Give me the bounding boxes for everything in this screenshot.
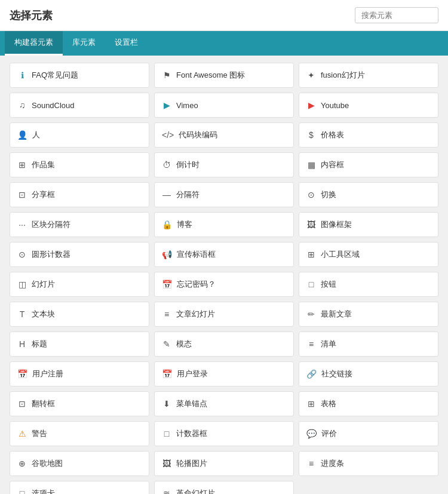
- element-icon: □: [17, 489, 27, 494]
- list-item[interactable]: 💬评价: [299, 421, 438, 446]
- elements-grid: ℹFAQ常见问题⚑Font Awesome 图标✦fusion幻灯片♫Sound…: [10, 63, 438, 494]
- element-label: 菜单锚点: [176, 398, 207, 409]
- list-item[interactable]: 📅用户注册: [10, 361, 149, 386]
- list-item[interactable]: ⬇菜单锚点: [154, 391, 294, 416]
- element-label: Youtube: [321, 101, 349, 110]
- element-label: 计数器框: [176, 428, 207, 439]
- list-item[interactable]: ⚑Font Awesome 图标: [154, 63, 294, 88]
- list-item[interactable]: ℹFAQ常见问题: [10, 63, 149, 88]
- element-icon: 👤: [17, 130, 27, 140]
- element-icon: T: [17, 309, 27, 319]
- list-item[interactable]: ⊙圆形计数器: [10, 242, 149, 267]
- list-item[interactable]: 📢宣传标语框: [154, 242, 294, 267]
- list-item[interactable]: □计数器框: [154, 421, 294, 446]
- list-item[interactable]: —分隔符: [154, 182, 294, 207]
- list-item[interactable]: ⊡翻转框: [10, 391, 149, 416]
- list-item[interactable]: ◫幻灯片: [10, 272, 149, 297]
- list-item[interactable]: ⚠警告: [10, 421, 149, 446]
- element-label: 标题: [32, 339, 47, 349]
- list-item[interactable]: ⊞表格: [299, 391, 438, 416]
- element-icon: ⊕: [17, 459, 27, 468]
- element-icon: ⊞: [306, 250, 316, 259]
- element-label: 革命幻灯片: [176, 488, 215, 494]
- list-item[interactable]: 📅用户登录: [154, 361, 294, 386]
- element-icon: ≡: [162, 309, 171, 319]
- element-label: 表格: [321, 398, 336, 409]
- element-label: 模态: [176, 339, 192, 349]
- list-item[interactable]: 📅忘记密码？: [154, 272, 294, 297]
- element-icon: ⚑: [162, 70, 171, 80]
- tab-library[interactable]: 库元素: [63, 31, 105, 56]
- element-icon: ≡: [306, 339, 316, 349]
- tab-build[interactable]: 构建器元素: [5, 31, 63, 56]
- list-item[interactable]: $价格表: [299, 122, 438, 148]
- list-item[interactable]: ≋革命幻灯片: [154, 481, 294, 494]
- element-label: fusion幻灯片: [321, 70, 365, 81]
- list-item[interactable]: ≡清单: [299, 332, 438, 357]
- list-item[interactable]: 👤人: [10, 122, 149, 148]
- element-icon: ✏: [306, 309, 316, 319]
- list-item[interactable]: 🖼轮播图片: [154, 451, 294, 476]
- element-icon: —: [162, 190, 171, 200]
- element-icon: ⊙: [306, 190, 316, 200]
- element-icon: $: [306, 130, 316, 140]
- element-label: 小工具区域: [321, 249, 360, 260]
- list-item[interactable]: ✎模态: [154, 332, 294, 357]
- tabs-bar: 构建器元素 库元素 设置栏: [0, 31, 448, 56]
- list-item[interactable]: ⊙切换: [299, 182, 438, 207]
- element-label: 价格表: [321, 130, 344, 140]
- list-item[interactable]: ✏最新文章: [299, 302, 438, 327]
- list-item[interactable]: ▦内容框: [299, 152, 438, 177]
- element-label: 文本块: [32, 309, 55, 320]
- list-item[interactable]: T文本块: [10, 302, 149, 327]
- element-label: 翻转框: [32, 398, 55, 409]
- list-item[interactable]: □选项卡: [10, 481, 149, 494]
- element-icon: ▶: [306, 100, 316, 110]
- element-label: 人: [32, 130, 40, 140]
- element-icon: ⊙: [17, 250, 27, 259]
- list-item[interactable]: </>代码块编码: [154, 122, 294, 148]
- list-item[interactable]: 🔒博客: [154, 212, 294, 237]
- element-label: 倒计时: [176, 159, 200, 170]
- list-item[interactable]: □按钮: [299, 272, 438, 297]
- element-icon: 🖼: [162, 459, 171, 468]
- element-icon: □: [162, 429, 171, 438]
- element-icon: ✎: [162, 339, 171, 349]
- element-icon: ⏱: [162, 160, 171, 170]
- element-icon: ℹ: [17, 70, 27, 80]
- list-item[interactable]: ▶Vimeo: [154, 93, 294, 118]
- search-input[interactable]: [355, 7, 438, 23]
- element-label: SoundCloud: [32, 101, 75, 110]
- list-item[interactable]: ≡进度条: [299, 451, 438, 476]
- element-icon: 📅: [162, 369, 172, 379]
- page-title: 选择元素: [10, 8, 53, 23]
- list-item[interactable]: ⊞作品集: [10, 152, 149, 177]
- list-item[interactable]: ✦fusion幻灯片: [299, 63, 438, 88]
- list-item[interactable]: ···区块分隔符: [10, 212, 149, 237]
- page-header: 选择元素: [0, 0, 448, 31]
- element-icon: ♫: [17, 100, 27, 110]
- element-icon: ▦: [306, 160, 316, 170]
- list-item[interactable]: ⊕谷歌地图: [10, 451, 149, 476]
- list-item[interactable]: ⊞小工具区域: [299, 242, 438, 267]
- list-item[interactable]: ▶Youtube: [299, 93, 438, 118]
- element-icon: 📅: [17, 369, 27, 379]
- list-item[interactable]: ♫SoundCloud: [10, 93, 149, 118]
- list-item[interactable]: 🔗社交链接: [299, 361, 438, 386]
- list-item[interactable]: 🖼图像框架: [299, 212, 438, 237]
- element-label: Vimeo: [176, 101, 198, 110]
- element-icon: ⊞: [306, 399, 316, 409]
- element-icon: ≋: [162, 489, 171, 494]
- list-item[interactable]: H标题: [10, 332, 149, 357]
- element-label: 切换: [321, 189, 336, 200]
- list-item[interactable]: ≡文章幻灯片: [154, 302, 294, 327]
- element-icon: 📅: [162, 280, 172, 289]
- element-label: 圆形计数器: [32, 249, 70, 260]
- element-label: Font Awesome 图标: [176, 70, 245, 81]
- list-item[interactable]: ⊡分享框: [10, 182, 149, 207]
- element-icon: ◫: [17, 280, 27, 289]
- element-label: 分享框: [32, 189, 55, 200]
- element-icon: ⚠: [17, 429, 27, 438]
- tab-toolbar[interactable]: 设置栏: [105, 31, 148, 56]
- list-item[interactable]: ⏱倒计时: [154, 152, 294, 177]
